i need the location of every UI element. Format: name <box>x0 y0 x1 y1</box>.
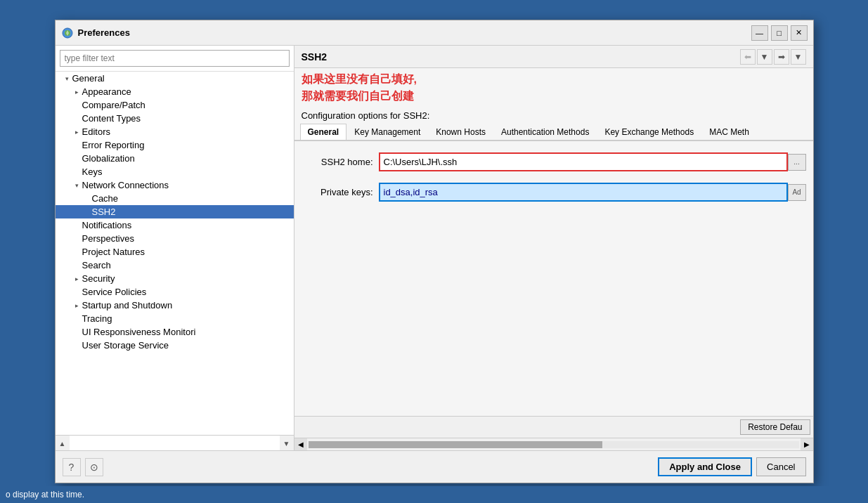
tree-label-tracing: Tracing <box>82 313 112 324</box>
tree-label-appearance: Appearance <box>82 86 131 97</box>
tree-item-content-types[interactable]: Content Types <box>56 112 294 125</box>
tree-container: ▾General▸AppearanceCompare/PatchContent … <box>56 72 294 435</box>
tree-label-notifications: Notifications <box>82 220 132 230</box>
tree-item-project-natures[interactable]: Project Natures <box>56 245 294 259</box>
tree-item-perspectives[interactable]: Perspectives <box>56 232 294 245</box>
tree-item-globalization[interactable]: Globalization <box>56 152 294 165</box>
tree-label-network-connections: Network Connections <box>82 180 169 190</box>
restore-defaults-row: Restore Defau <box>294 416 813 438</box>
scroll-right-button[interactable]: ▶ <box>801 438 813 451</box>
tree-arrow-startup-shutdown: ▸ <box>72 302 82 309</box>
private-keys-add-button[interactable]: Ad <box>788 184 806 201</box>
status-text: o display at this time. <box>6 490 84 499</box>
help-button[interactable]: ? <box>63 458 81 476</box>
forward-button[interactable]: ➡ <box>774 49 789 65</box>
scrollbar-thumb <box>309 441 603 448</box>
preferences-settings-button[interactable]: ⊙ <box>85 458 103 476</box>
tree-item-service-policies[interactable]: Service Policies <box>56 285 294 299</box>
close-button[interactable]: ✕ <box>791 25 808 41</box>
tree-label-service-policies: Service Policies <box>82 287 147 297</box>
annotation-line2: 那就需要我们自己创建 <box>302 88 806 105</box>
window-controls: — □ ✕ <box>751 25 808 41</box>
back-button[interactable]: ⬅ <box>740 49 756 65</box>
footer-right: Apply and Close Cancel <box>658 457 805 476</box>
dialog-icon <box>61 27 74 39</box>
tabs-bar: GeneralKey ManagementKnown HostsAuthenti… <box>294 122 813 141</box>
tree-item-startup-shutdown[interactable]: ▸Startup and Shutdown <box>56 299 294 312</box>
tree-item-keys[interactable]: Keys <box>56 165 294 178</box>
filter-input[interactable] <box>60 50 290 67</box>
tree-label-search: Search <box>82 260 111 270</box>
tree-item-notifications[interactable]: Notifications <box>56 218 294 232</box>
tree-scroll-controls: ▲ ▼ <box>56 435 294 450</box>
tree-label-keys: Keys <box>82 166 103 177</box>
tree-item-search[interactable]: Search <box>56 259 294 272</box>
right-panel: SSH2 ⬅ ▼ ➡ ▼ 如果这里没有自己填好, 那就需要我们自己创建 Conf… <box>294 46 813 450</box>
tree-item-user-storage-service[interactable]: User Storage Service <box>56 339 294 352</box>
ssh2-home-label: SSH2 home: <box>302 157 379 167</box>
tree-label-security: Security <box>82 273 115 284</box>
tree-label-editors: Editors <box>82 126 110 137</box>
left-panel: ▾General▸AppearanceCompare/PatchContent … <box>56 46 294 450</box>
dialog-footer: ? ⊙ Apply and Close Cancel <box>56 450 813 483</box>
tree-label-general: General <box>72 73 105 84</box>
nav-buttons: ⬅ ▼ ➡ ▼ <box>740 49 806 65</box>
tree-label-startup-shutdown: Startup and Shutdown <box>82 300 173 311</box>
private-keys-label: Private keys: <box>302 187 379 197</box>
private-keys-input-wrapper <box>379 183 788 202</box>
private-keys-input[interactable] <box>381 185 786 200</box>
tree-item-appearance[interactable]: ▸Appearance <box>56 85 294 98</box>
tree-item-tracing[interactable]: Tracing <box>56 312 294 325</box>
tab-key-exchange[interactable]: Key Exchange Methods <box>597 124 701 141</box>
filter-wrapper <box>56 46 294 72</box>
tree-item-network-connections[interactable]: ▾Network Connections <box>56 178 294 192</box>
section-title: SSH2 <box>302 51 328 63</box>
tab-auth-methods[interactable]: Authentication Methods <box>493 124 597 141</box>
tree-scroll-up[interactable]: ▲ <box>56 436 70 450</box>
horizontal-scrollbar: ◀ ▶ <box>294 438 813 450</box>
tree-arrow-network-connections: ▾ <box>72 182 82 189</box>
ssh2-home-browse-button[interactable]: ... <box>788 154 806 171</box>
restore-defaults-button[interactable]: Restore Defau <box>740 419 810 435</box>
ssh2-home-row: SSH2 home: ... <box>302 152 806 171</box>
tree-arrow-editors: ▸ <box>72 129 82 136</box>
tab-known-hosts[interactable]: Known Hosts <box>428 124 493 141</box>
tree-label-user-storage-service: User Storage Service <box>82 340 169 351</box>
tree-item-compare-patch[interactable]: Compare/Patch <box>56 98 294 112</box>
tree-label-project-natures: Project Natures <box>82 247 145 257</box>
minimize-button[interactable]: — <box>751 25 768 41</box>
right-header: SSH2 ⬅ ▼ ➡ ▼ <box>294 46 813 68</box>
apply-close-button[interactable]: Apply and Close <box>658 457 752 476</box>
tree-item-security[interactable]: ▸Security <box>56 272 294 285</box>
tree-scroll-down[interactable]: ▼ <box>280 436 294 450</box>
main-content: ▾General▸AppearanceCompare/PatchContent … <box>56 46 813 450</box>
tree-label-compare-patch: Compare/Patch <box>82 100 145 110</box>
ssh2-home-input[interactable] <box>381 155 786 169</box>
tree-item-error-reporting[interactable]: Error Reporting <box>56 138 294 152</box>
footer-left: ? ⊙ <box>63 458 103 476</box>
cancel-button[interactable]: Cancel <box>756 457 805 476</box>
nav-dropdown-button[interactable]: ▼ <box>757 49 772 65</box>
tab-key-management[interactable]: Key Management <box>346 124 428 141</box>
scrollbar-track[interactable] <box>309 441 799 448</box>
tree-label-ssh2: SSH2 <box>92 207 116 217</box>
nav-dropdown2-button[interactable]: ▼ <box>791 49 806 65</box>
scroll-left-button[interactable]: ◀ <box>294 438 307 451</box>
tree-item-ui-responsiveness[interactable]: UI Responsiveness Monitori <box>56 325 294 339</box>
tree-arrow-appearance: ▸ <box>72 89 82 96</box>
tree-item-cache[interactable]: Cache <box>56 192 294 205</box>
tab-general[interactable]: General <box>300 124 347 141</box>
tree-label-content-types: Content Types <box>82 113 141 124</box>
title-bar: Preferences — □ ✕ <box>56 20 813 46</box>
private-keys-row: Private keys: Ad <box>302 183 806 202</box>
tree-item-ssh2[interactable]: SSH2 <box>56 205 294 218</box>
tree-item-general[interactable]: ▾General <box>56 72 294 85</box>
tree-label-ui-responsiveness: UI Responsiveness Monitori <box>82 327 196 337</box>
maximize-button[interactable]: □ <box>771 25 788 41</box>
tree-item-editors[interactable]: ▸Editors <box>56 125 294 138</box>
dialog-title: Preferences <box>78 27 751 38</box>
tree-arrow-security: ▸ <box>72 275 82 282</box>
tree-arrow-general: ▾ <box>63 75 72 82</box>
status-bar: o display at this time. <box>0 486 868 503</box>
tab-mac-meth[interactable]: MAC Meth <box>701 124 757 141</box>
